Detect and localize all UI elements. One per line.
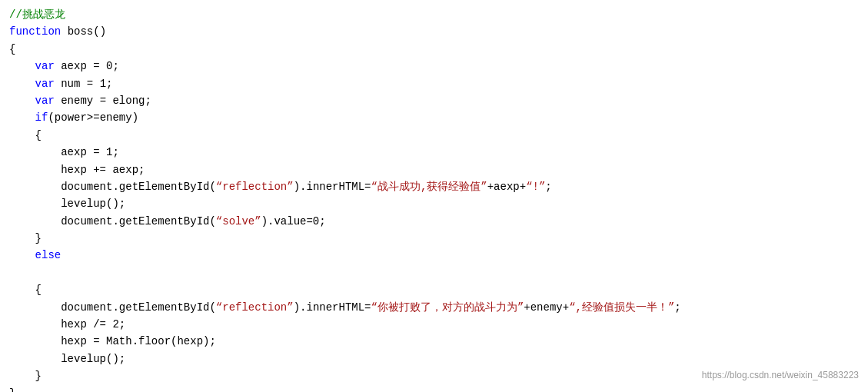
code-token: levelup(); bbox=[9, 198, 125, 210]
code-token: else bbox=[35, 249, 62, 261]
code-line: } bbox=[9, 230, 859, 247]
code-token: var bbox=[35, 60, 62, 72]
code-token: ).innerHTML= bbox=[294, 181, 371, 193]
code-token: ).innerHTML= bbox=[294, 301, 371, 314]
code-token: “reflection” bbox=[216, 301, 294, 314]
code-line: var aexp = 0; bbox=[9, 58, 859, 75]
code-token bbox=[9, 111, 35, 124]
code-token: document.getElementById( bbox=[9, 301, 216, 314]
code-token: } bbox=[9, 370, 42, 382]
code-token bbox=[9, 249, 35, 261]
code-token: “战斗成功,获得经验值” bbox=[371, 181, 487, 193]
code-token: “你被打败了，对方的战斗力为” bbox=[371, 301, 524, 314]
code-token: { bbox=[9, 129, 42, 141]
code-line: function boss() bbox=[9, 23, 859, 40]
code-token: ).value=0; bbox=[261, 215, 326, 228]
code-token: function bbox=[9, 25, 68, 38]
code-token: var bbox=[35, 95, 62, 107]
code-token: { bbox=[9, 43, 15, 55]
code-line: } bbox=[9, 385, 859, 392]
code-token: //挑战恶龙 bbox=[9, 8, 65, 21]
code-token: levelup(); bbox=[9, 353, 125, 365]
code-line: document.getElementById(“reflection”).in… bbox=[9, 178, 859, 195]
code-block: //挑战恶龙function boss(){ var aexp = 0; var… bbox=[9, 6, 859, 392]
code-token: hexp /= 2; bbox=[9, 318, 125, 331]
code-line: document.getElementById(“solve”).value=0… bbox=[9, 213, 859, 230]
code-token: +enemy+ bbox=[524, 301, 569, 314]
code-token bbox=[9, 60, 35, 72]
code-token: document.getElementById( bbox=[9, 181, 216, 193]
code-line: aexp = 1; bbox=[9, 144, 859, 161]
code-line: { bbox=[9, 281, 859, 298]
code-token: () bbox=[93, 25, 106, 38]
code-line: levelup(); bbox=[9, 350, 859, 367]
code-line: hexp = Math.floor(hexp); bbox=[9, 333, 859, 350]
code-line: { bbox=[9, 41, 859, 58]
code-token: “reflection” bbox=[216, 181, 294, 193]
code-token: (power>=enemy) bbox=[48, 111, 138, 124]
code-token: “solve” bbox=[216, 215, 261, 228]
code-line: var num = 1; bbox=[9, 75, 859, 92]
code-token: document.getElementById( bbox=[9, 215, 216, 228]
code-token: { bbox=[9, 284, 42, 296]
code-line: var enemy = elong; bbox=[9, 92, 859, 109]
code-token: boss bbox=[68, 25, 94, 38]
code-line: else bbox=[9, 247, 859, 264]
code-token: aexp = 0; bbox=[61, 60, 119, 72]
code-token: } bbox=[9, 232, 42, 244]
code-line: hexp += aexp; bbox=[9, 161, 859, 178]
code-line: //挑战恶龙 bbox=[9, 6, 859, 23]
code-line: if(power>=enemy) bbox=[9, 109, 859, 126]
code-line: levelup(); bbox=[9, 195, 859, 212]
code-token: +aexp+ bbox=[487, 181, 526, 193]
code-token: aexp = 1; bbox=[9, 146, 119, 158]
code-token: “,经验值损失一半！” bbox=[569, 301, 674, 314]
code-token: if bbox=[35, 111, 48, 124]
watermark: https://blog.csdn.net/weixin_45883223 bbox=[702, 368, 859, 383]
code-token: hexp = Math.floor(hexp); bbox=[9, 335, 216, 347]
code-line: document.getElementById(“reflection”).in… bbox=[9, 299, 859, 316]
code-token: hexp += aexp; bbox=[9, 164, 145, 176]
code-token: ; bbox=[545, 181, 551, 193]
code-token bbox=[9, 78, 35, 90]
code-line: { bbox=[9, 127, 859, 144]
code-token: ; bbox=[674, 301, 680, 314]
code-container: //挑战恶龙function boss(){ var aexp = 0; var… bbox=[0, 0, 868, 392]
code-token: } bbox=[9, 387, 15, 392]
code-token bbox=[9, 95, 35, 107]
code-token: “!” bbox=[526, 181, 545, 193]
code-line bbox=[9, 264, 859, 281]
code-token: var bbox=[35, 78, 62, 90]
code-line: hexp /= 2; bbox=[9, 316, 859, 333]
code-token: enemy = elong; bbox=[61, 95, 151, 107]
code-token: num = 1; bbox=[61, 78, 112, 90]
